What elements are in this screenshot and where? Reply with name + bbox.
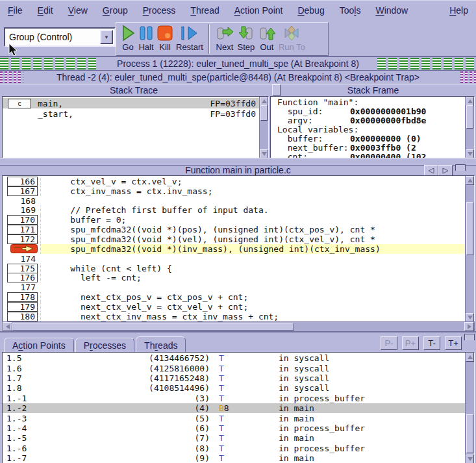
stack-frame-row-main[interactable]: c main, FP=03ffd0 (3, 98, 260, 108)
tab-action-points[interactable]: Action Points (4, 338, 74, 353)
scrollbar-thumb[interactable] (260, 105, 268, 121)
menu-group[interactable]: Group (103, 5, 128, 16)
line-number-gutter[interactable]: 178 (3, 292, 40, 302)
menu-tools[interactable]: Tools (340, 5, 361, 16)
scroll-up-icon[interactable] (260, 97, 268, 106)
stack-trace-pane: c main, FP=03ffd0 _start, FP=03ffd0 (2, 96, 269, 159)
line-number-gutter[interactable]: 179 (3, 302, 40, 312)
language-badge: c (8, 99, 31, 108)
kill-button[interactable]: Kill (155, 23, 175, 53)
thread-row[interactable]: 1.-4(6)Tin process_buffer (3, 423, 466, 433)
pc-arrow-gutter[interactable] (3, 244, 40, 253)
out-icon (258, 24, 276, 42)
navigate-back-button[interactable] (424, 165, 438, 176)
line-number-gutter[interactable]: 166 (3, 177, 40, 186)
source-horizontal-scrollbar[interactable] (2, 321, 475, 332)
source-title-text: Function main in particle.c (185, 165, 291, 175)
scroll-right-icon[interactable] (464, 322, 474, 331)
var-label: argv: (277, 116, 350, 125)
thread-row[interactable]: 1.6(4125816000)Tin syscall (3, 363, 466, 373)
line-number-gutter[interactable]: 167 (3, 186, 40, 196)
stack-trace-title: Stack Trace (0, 84, 268, 96)
menu-debug[interactable]: Debug (297, 5, 324, 16)
scrollbar-thumb[interactable] (466, 202, 473, 255)
menu-window[interactable]: Window (375, 5, 408, 16)
var-label: buffer: (277, 134, 350, 144)
thread-expand-button[interactable]: T+ (445, 336, 462, 350)
process-expand-button[interactable]: P+ (402, 336, 419, 350)
pane-splitter-handle[interactable] (272, 84, 281, 96)
line-number-gutter[interactable]: 176 (3, 273, 40, 282)
thread-stripe-left (0, 71, 23, 83)
thread-status-text: Thread -2 (4): euler_tuned_multi_spe(par… (56, 72, 420, 82)
out-button[interactable]: Out (257, 23, 277, 53)
stack-frame-row-start[interactable]: _start, FP=03ffd0 (3, 108, 260, 119)
stack-frame-pane: Function "main": spu_id:0x0000000001b90 … (270, 96, 475, 159)
threads-scrollbar[interactable] (465, 353, 474, 463)
navigate-forward-button[interactable] (438, 165, 453, 176)
thread-status-bar[interactable]: Thread -2 (4): euler_tuned_multi_spe(par… (0, 70, 476, 84)
source-vertical-scrollbar[interactable] (465, 176, 474, 322)
menu-edit[interactable]: Edit (38, 5, 53, 16)
step-button[interactable]: Step (236, 23, 257, 53)
go-icon (120, 24, 136, 42)
line-number-gutter[interactable]: 172 (3, 234, 40, 244)
var-value[interactable]: 0x00000000 (0) (350, 134, 421, 144)
scrollbar-thumb[interactable] (12, 323, 294, 331)
tab-threads[interactable]: Threads (136, 336, 186, 353)
line-number-gutter[interactable]: 170 (3, 215, 40, 225)
next-button[interactable]: Next (214, 23, 236, 53)
stack-frame-scrollbar[interactable] (465, 97, 474, 158)
thread-row[interactable]: 1.-3(5)Tin main (3, 413, 466, 423)
menu-view[interactable]: View (68, 5, 88, 16)
process-status-bar[interactable]: Process 1 (12228): euler_tuned_multi_spe… (0, 56, 476, 71)
thread-row[interactable]: 1.5(4134466752)Tin syscall (3, 353, 466, 363)
line-number-gutter: 168 (3, 197, 40, 205)
tab-processes[interactable]: Processes (75, 338, 134, 353)
var-value[interactable]: 0x0000000001b90 (350, 107, 426, 116)
scroll-up-icon[interactable] (466, 353, 474, 362)
scroll-down-icon[interactable] (466, 455, 474, 463)
process-stripe-left (0, 58, 96, 69)
thread-row[interactable]: 1.7(4117165248)Tin syscall (3, 373, 466, 383)
scroll-down-icon[interactable] (466, 149, 474, 158)
process-collapse-button[interactable]: P- (381, 336, 397, 350)
stack-trace-scrollbar[interactable] (259, 97, 268, 158)
var-value[interactable]: 0x00000000fbd8e (350, 116, 426, 125)
thread-row[interactable]: 1.-1(3)Tin process_buffer (3, 394, 466, 403)
menu-file[interactable]: File (8, 5, 23, 16)
var-label: next_buffer: (277, 144, 350, 153)
restart-button[interactable]: Restart (175, 23, 205, 53)
thread-collapse-button[interactable]: T- (423, 336, 440, 350)
scroll-left-icon[interactable] (3, 322, 12, 331)
go-button[interactable]: Go (119, 23, 137, 53)
menu-help[interactable]: Help (449, 5, 468, 16)
line-number-gutter: 177 (3, 283, 40, 292)
threads-list-pane: 1.5(4134466752)Tin syscall 1.6(412581600… (2, 352, 475, 463)
thread-row[interactable]: 1.-5(7)Tin main (3, 433, 466, 443)
restart-icon (181, 24, 198, 42)
scroll-down-icon[interactable] (260, 149, 268, 158)
thread-row-selected[interactable]: 1.-2(4)B8in main (3, 403, 466, 413)
thread-row[interactable]: 1.8(4108514496)Tin syscall (3, 383, 466, 393)
frame-heading: Function "main": (277, 98, 358, 107)
menu-action-point[interactable]: Action Point (234, 5, 283, 16)
scroll-up-icon[interactable] (466, 176, 474, 185)
scroll-down-icon[interactable] (466, 313, 474, 322)
run-to-icon (282, 24, 301, 42)
scrollbar-thumb[interactable] (466, 414, 473, 453)
thread-row[interactable]: 1.-6(8)Tin process_buffer (3, 444, 466, 453)
scrollbar-thumb[interactable] (466, 105, 473, 129)
run-to-button[interactable]: Run To (277, 23, 307, 53)
var-value[interactable]: 0x0003ffb0 (2 (350, 144, 416, 153)
thread-row[interactable]: 1.-7(9)Tin main (3, 453, 466, 463)
halt-button[interactable]: Halt (137, 23, 155, 53)
menu-thread[interactable]: Thread (190, 5, 219, 16)
menu-bar: File Edit View Group Process Thread Acti… (0, 1, 476, 19)
focus-scope-dropdown[interactable]: Group (Control) ▼ (4, 27, 116, 47)
menu-process[interactable]: Process (143, 5, 176, 16)
line-number-gutter[interactable]: 175 (3, 264, 40, 273)
scroll-up-icon[interactable] (466, 97, 474, 106)
line-number-gutter[interactable]: 180 (3, 312, 40, 321)
line-number-gutter[interactable]: 171 (3, 225, 40, 234)
